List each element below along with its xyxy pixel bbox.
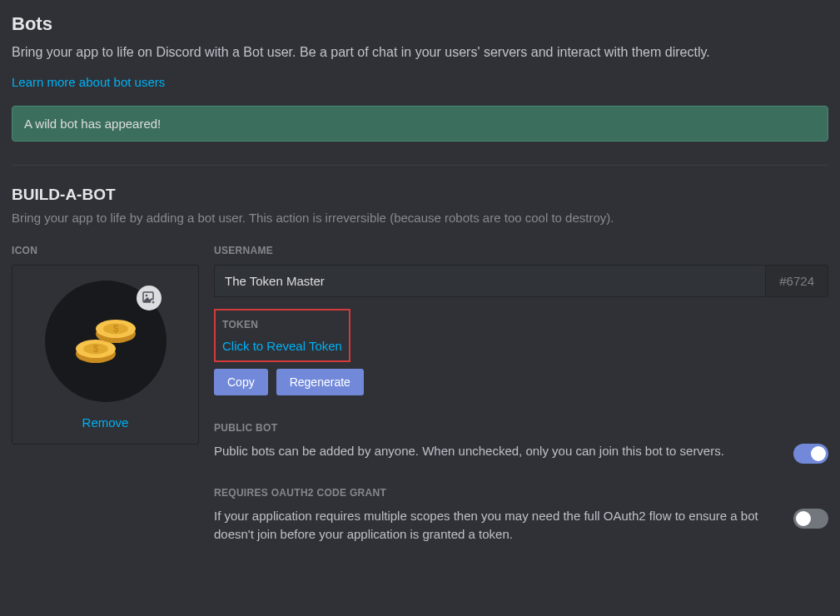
username-label: USERNAME xyxy=(214,245,828,256)
learn-more-link[interactable]: Learn more about bot users xyxy=(12,75,165,89)
icon-uploader[interactable]: $ $ Remove xyxy=(12,265,199,445)
copy-button[interactable]: Copy xyxy=(214,369,268,395)
token-label: TOKEN xyxy=(222,319,342,330)
svg-point-9 xyxy=(145,295,147,297)
remove-icon-link[interactable]: Remove xyxy=(82,415,129,430)
success-banner: A wild bot has appeared! xyxy=(12,106,828,142)
public-bot-label: PUBLIC BOT xyxy=(214,422,828,434)
token-section: TOKEN Click to Reveal Token xyxy=(214,309,350,362)
build-a-bot-description: Bring your app to life by adding a bot u… xyxy=(12,211,828,225)
oauth-grant-label: REQUIRES OAUTH2 CODE GRANT xyxy=(214,487,828,499)
divider xyxy=(12,165,828,166)
upload-image-icon[interactable] xyxy=(137,286,162,310)
build-a-bot-title: BUILD-A-BOT xyxy=(12,186,828,204)
public-bot-toggle[interactable] xyxy=(793,444,828,464)
oauth-grant-toggle[interactable] xyxy=(793,509,828,529)
icon-label: ICON xyxy=(12,245,199,256)
svg-text:$: $ xyxy=(92,343,98,355)
reveal-token-link[interactable]: Click to Reveal Token xyxy=(222,339,342,353)
coins-icon: $ $ xyxy=(74,314,137,369)
oauth-grant-description: If your application requires multiple sc… xyxy=(214,507,777,544)
page-description: Bring your app to life on Discord with a… xyxy=(12,43,828,62)
username-input[interactable] xyxy=(214,265,765,297)
public-bot-description: Public bots can be added by anyone. When… xyxy=(214,442,777,460)
regenerate-button[interactable]: Regenerate xyxy=(276,369,364,395)
page-title: Bots xyxy=(12,13,828,35)
svg-text:$: $ xyxy=(112,323,118,335)
username-discriminator: #6724 xyxy=(765,265,828,297)
